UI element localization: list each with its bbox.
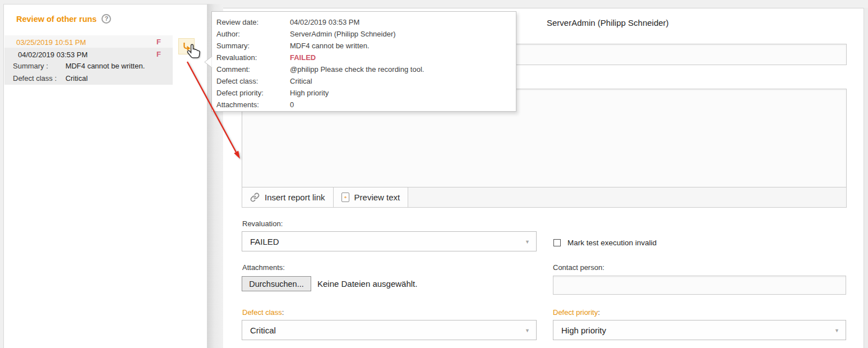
mark-invalid-label: Mark test execution invalid — [567, 239, 657, 247]
contact-person-label: Contact person: — [553, 263, 604, 272]
review-details-tooltip: Review date:04/02/2019 03:53 PM Author:S… — [211, 11, 516, 112]
preview-text-icon: ‹› — [341, 193, 349, 202]
summary-label: Summary : — [4, 60, 63, 72]
defect-priority-value: High priority — [561, 326, 606, 335]
summary-value: MDF4 cannot be written. — [66, 62, 145, 70]
run-date: 03/25/2019 10:51 PM — [16, 38, 86, 47]
run-date: 04/02/2019 03:53 PM — [18, 51, 87, 59]
tooltip-notch — [204, 56, 213, 68]
attachments-label: Attachments: — [242, 263, 285, 272]
tooltip-label: Author: — [216, 28, 290, 40]
tooltip-value: @philipp Please check the recording tool… — [290, 65, 424, 74]
right-edge-strip — [864, 8, 868, 348]
mark-invalid-row: Mark test execution invalid — [553, 239, 657, 247]
insert-report-link-button[interactable]: Insert report link — [242, 187, 334, 207]
insert-report-link-label: Insert report link — [265, 193, 325, 202]
tooltip-value: MDF4 cannot be written. — [290, 42, 370, 50]
panel-title: Review of other runs — [16, 15, 96, 24]
branch-arrow-icon — [182, 42, 192, 52]
tooltip-label: Review date: — [216, 16, 290, 28]
revaluation-label: Revaluation: — [242, 219, 283, 228]
tooltip-value: 04/02/2019 03:53 PM — [290, 18, 359, 26]
comment-toolbar: Insert report link ‹› Preview text — [242, 187, 847, 208]
defect-class-dropdown[interactable]: Critical ▼ — [242, 320, 537, 340]
tooltip-value: High priority — [290, 89, 329, 97]
no-file-selected-text: Keine Dateien ausgewählt. — [317, 279, 417, 289]
review-other-runs-panel: Review of other runs ? 03/25/2019 10:51 … — [3, 4, 207, 348]
link-icon — [250, 193, 260, 202]
tooltip-label: Revaluation: — [216, 52, 290, 63]
author-name: ServerAdmin (Philipp Schneider) — [547, 18, 669, 28]
defect-class-form-label: Defect class: — [242, 308, 284, 317]
jump-to-review-button[interactable] — [178, 38, 195, 54]
result-flag-icon: F — [156, 35, 161, 48]
tooltip-label: Summary: — [216, 40, 290, 52]
browse-button[interactable]: Durchsuchen... — [242, 276, 311, 291]
defect-class-label: Defect class : — [4, 72, 63, 85]
revaluation-dropdown[interactable]: FAILED ▼ — [242, 231, 537, 251]
tooltip-label: Attachments: — [216, 99, 290, 111]
run-defect-class-row: Defect class : Critical — [4, 72, 173, 85]
panel-header: Review of other runs ? — [16, 14, 111, 24]
tooltip-label: Comment: — [216, 63, 290, 75]
tooltip-label: Defect class: — [216, 75, 290, 87]
review-screen: Review of other runs ? 03/25/2019 10:51 … — [0, 0, 868, 348]
revaluation-value: FAILED — [250, 237, 279, 246]
run-row[interactable]: 03/25/2019 10:51 PM F — [4, 35, 173, 48]
chevron-down-icon: ▼ — [834, 328, 839, 333]
help-icon[interactable]: ? — [101, 14, 111, 24]
tooltip-value: 0 — [290, 100, 294, 109]
result-flag-icon: F — [156, 48, 161, 61]
preview-text-button[interactable]: ‹› Preview text — [334, 187, 409, 207]
attachments-file-row: Durchsuchen... Keine Dateien ausgewählt. — [242, 276, 417, 291]
defect-class-value: Critical — [250, 326, 276, 335]
tooltip-label: Defect priority: — [216, 87, 290, 99]
tooltip-revaluation-status: FAILED — [290, 53, 316, 62]
tooltip-value: ServerAdmin (Philipp Schneider) — [290, 30, 396, 38]
chevron-down-icon: ▼ — [525, 328, 530, 333]
run-summary-row: Summary : MDF4 cannot be written. — [4, 60, 173, 72]
runs-list: 03/25/2019 10:51 PM F 04/02/2019 03:53 P… — [4, 35, 173, 85]
chevron-down-icon: ▼ — [525, 239, 530, 245]
defect-class-value: Critical — [66, 74, 88, 83]
preview-text-label: Preview text — [354, 193, 400, 202]
contact-person-input[interactable] — [553, 276, 846, 295]
run-row[interactable]: 04/02/2019 03:53 PM F — [4, 48, 173, 60]
tooltip-value: Critical — [290, 77, 312, 85]
mark-invalid-checkbox[interactable] — [553, 239, 561, 246]
defect-priority-dropdown[interactable]: High priority ▼ — [553, 320, 846, 340]
defect-priority-form-label: Defect priority: — [553, 308, 600, 317]
